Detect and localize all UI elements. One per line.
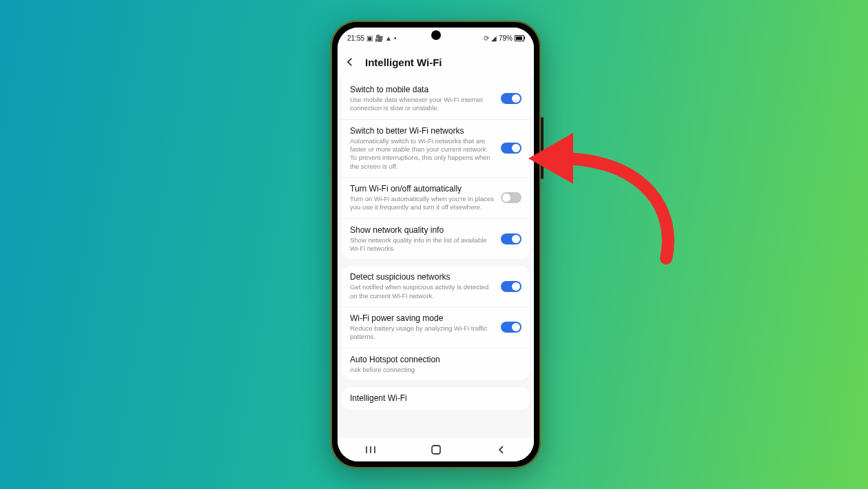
nav-back-button[interactable]: [495, 443, 508, 457]
settings-group-2: Detect suspicious networks Get notified …: [342, 266, 530, 380]
nav-home-button[interactable]: [429, 443, 443, 457]
svg-rect-3: [432, 446, 440, 454]
row-power-saving[interactable]: Wi-Fi power saving mode Reduce battery u…: [342, 307, 530, 348]
toggle-network-quality[interactable]: [501, 233, 521, 244]
recents-icon: [365, 445, 376, 455]
row-auto-wifi-onoff[interactable]: Turn Wi-Fi on/off automatically Turn on …: [342, 178, 530, 219]
back-icon: [497, 445, 506, 455]
row-desc: Reduce battery usage by analyzing Wi-Fi …: [350, 324, 494, 342]
row-intelligent-wifi-version[interactable]: Intelligent Wi-Fi: [342, 387, 530, 410]
phone-screen: 21:55 ▣ 🎥 ▲ • ⟳ ◢ 79%: [338, 28, 534, 461]
status-right: ⟳ ◢ 79%: [484, 34, 524, 42]
row-desc: Turn on Wi-Fi automatically when you're …: [350, 195, 494, 212]
battery-icon: [515, 35, 524, 41]
row-title: Turn Wi-Fi on/off automatically: [350, 184, 494, 194]
row-desc: Get notified when suspicious activity is…: [350, 283, 494, 300]
status-left: 21:55 ▣ 🎥 ▲ •: [347, 34, 396, 42]
row-desc: Use mobile data whenever your Wi-Fi inte…: [350, 96, 494, 113]
arrow-annotation: [525, 121, 683, 269]
row-desc: Automatically switch to Wi-Fi networks t…: [350, 137, 494, 171]
row-switch-mobile-data[interactable]: Switch to mobile data Use mobile data wh…: [342, 79, 530, 120]
front-camera: [431, 30, 441, 40]
home-icon: [431, 444, 442, 455]
row-desc: Ask before connecting: [350, 366, 521, 374]
back-button[interactable]: [342, 54, 358, 70]
status-icon-video: 🎥: [375, 34, 383, 42]
status-icon-sync: ⟳: [484, 34, 489, 42]
toggle-switch-better-wifi[interactable]: [501, 143, 521, 154]
settings-list[interactable]: Switch to mobile data Use mobile data wh…: [338, 79, 534, 438]
row-title: Detect suspicious networks: [350, 272, 494, 282]
status-battery: 79%: [499, 34, 513, 42]
nav-recents-button[interactable]: [364, 443, 378, 457]
row-title: Wi-Fi power saving mode: [350, 313, 494, 324]
row-switch-better-wifi[interactable]: Switch to better Wi-Fi networks Automati…: [342, 120, 530, 178]
settings-group-3: Intelligent Wi-Fi: [342, 387, 530, 410]
status-icon-signal: ◢: [491, 34, 497, 42]
row-network-quality[interactable]: Show network quality info Show network q…: [342, 219, 530, 260]
status-icon-dot: •: [394, 34, 397, 42]
status-icon-up: ▲: [385, 34, 392, 42]
toggle-switch-mobile-data[interactable]: [501, 93, 521, 104]
row-title: Show network quality info: [350, 225, 494, 236]
status-icon-gallery: ▣: [366, 34, 373, 42]
page-header: Intelligent Wi-Fi: [338, 48, 534, 79]
phone-frame: 21:55 ▣ 🎥 ▲ • ⟳ ◢ 79%: [331, 21, 541, 468]
settings-group-1: Switch to mobile data Use mobile data wh…: [342, 79, 530, 259]
page-title: Intelligent Wi-Fi: [365, 56, 442, 68]
row-detect-suspicious[interactable]: Detect suspicious networks Get notified …: [342, 266, 530, 307]
row-title: Intelligent Wi-Fi: [350, 393, 521, 404]
row-title: Switch to mobile data: [350, 85, 494, 95]
toggle-power-saving[interactable]: [501, 322, 521, 333]
system-nav-bar: [338, 438, 534, 461]
row-desc: Show network quality info in the list of…: [350, 236, 494, 253]
toggle-detect-suspicious[interactable]: [501, 281, 521, 292]
status-time: 21:55: [347, 34, 364, 42]
row-auto-hotspot[interactable]: Auto Hotspot connection Ask before conne…: [342, 348, 530, 380]
row-title: Switch to better Wi-Fi networks: [350, 126, 494, 136]
toggle-auto-wifi-onoff[interactable]: [501, 192, 521, 203]
chevron-left-icon: [344, 56, 356, 68]
row-title: Auto Hotspot connection: [350, 355, 521, 365]
